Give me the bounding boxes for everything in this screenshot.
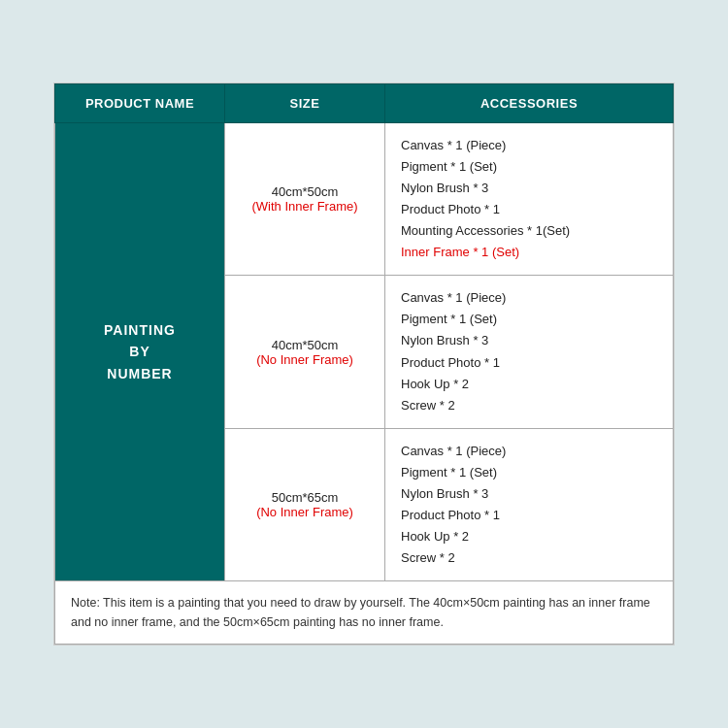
accessory-item: Canvas * 1 (Piece)	[401, 441, 657, 462]
accessory-item: Product Photo * 1	[401, 505, 657, 526]
accessory-item: Screw * 2	[401, 547, 657, 569]
size-note: (No Inner Frame)	[233, 505, 377, 519]
product-table: PRODUCT NAME SIZE ACCESSORIES PAINTINGBY…	[54, 83, 674, 645]
accessory-item: Hook Up * 2	[401, 374, 657, 395]
note-row: Note: This item is a painting that you n…	[55, 581, 674, 645]
size-main: 40cm*50cm	[233, 338, 377, 352]
accessory-item: Canvas * 1 (Piece)	[401, 287, 657, 309]
accessories-cell: Canvas * 1 (Piece)Pigment * 1 (Set)Nylon…	[385, 428, 674, 581]
size-cell: 50cm*65cm(No Inner Frame)	[225, 428, 385, 581]
product-name-cell: PAINTINGBYNUMBER	[55, 122, 225, 581]
header-size: SIZE	[225, 83, 385, 122]
size-note: (No Inner Frame)	[233, 352, 377, 367]
accessory-item: Pigment * 1 (Set)	[401, 309, 657, 330]
size-main: 40cm*50cm	[233, 184, 377, 199]
header-accessories: ACCESSORIES	[385, 83, 674, 122]
product-table-wrapper: PRODUCT NAME SIZE ACCESSORIES PAINTINGBY…	[53, 83, 675, 646]
table-row: PAINTINGBYNUMBER40cm*50cm(With Inner Fra…	[55, 122, 674, 276]
table-header-row: PRODUCT NAME SIZE ACCESSORIES	[55, 83, 674, 122]
accessory-item: Inner Frame * 1 (Set)	[401, 242, 657, 263]
accessory-item: Nylon Brush * 3	[401, 483, 657, 505]
accessory-item: Screw * 2	[401, 395, 657, 416]
size-note: (With Inner Frame)	[233, 199, 377, 214]
size-cell: 40cm*50cm(No Inner Frame)	[225, 276, 385, 429]
note-cell: Note: This item is a painting that you n…	[55, 581, 674, 645]
accessory-item: Mounting Accessories * 1(Set)	[401, 220, 657, 242]
accessory-item: Canvas * 1 (Piece)	[401, 135, 657, 156]
accessory-item: Hook Up * 2	[401, 526, 657, 547]
accessory-item: Pigment * 1 (Set)	[401, 156, 657, 178]
accessory-item: Product Photo * 1	[401, 199, 657, 220]
accessory-item: Nylon Brush * 3	[401, 178, 657, 199]
accessories-cell: Canvas * 1 (Piece)Pigment * 1 (Set)Nylon…	[385, 122, 674, 276]
accessory-item: Pigment * 1 (Set)	[401, 462, 657, 483]
header-product-name: PRODUCT NAME	[55, 83, 225, 122]
accessories-cell: Canvas * 1 (Piece)Pigment * 1 (Set)Nylon…	[385, 276, 674, 429]
size-cell: 40cm*50cm(With Inner Frame)	[225, 122, 385, 276]
accessory-item: Product Photo * 1	[401, 352, 657, 374]
accessory-item: Nylon Brush * 3	[401, 330, 657, 351]
size-main: 50cm*65cm	[233, 490, 377, 505]
